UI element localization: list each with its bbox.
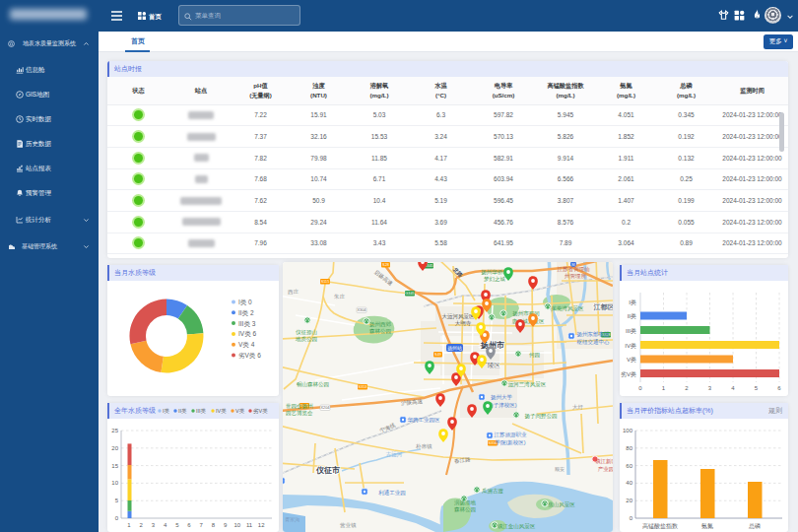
svg-text:森林公园: 森林公园 <box>454 506 476 513</box>
svg-text:6: 6 <box>777 385 781 391</box>
svg-text:顺安: 顺安 <box>555 466 565 472</box>
svg-text:江苏旅游职业: 江苏旅游职业 <box>495 432 528 438</box>
svg-text:10: 10 <box>111 480 118 486</box>
svg-text:4: 4 <box>731 385 735 391</box>
svg-text:江苏省管理仙: 江苏省管理仙 <box>558 266 591 273</box>
svg-text:仪征捺山: 仪征捺山 <box>296 329 317 336</box>
svg-text:世园会扬州: 世园会扬州 <box>286 403 313 410</box>
svg-text:11: 11 <box>246 522 253 528</box>
svg-text:6: 6 <box>187 522 191 528</box>
svg-text:镇江金山风景区: 镇江金山风景区 <box>498 523 536 530</box>
svg-text:高锰酸盐指数: 高锰酸盐指数 <box>642 522 678 530</box>
svg-text:氨氮: 氨氮 <box>701 522 713 529</box>
svg-text:扬州西郊: 扬州西郊 <box>369 321 392 328</box>
svg-text:润扬湿地: 润扬湿地 <box>454 499 477 506</box>
svg-text:2: 2 <box>140 522 144 528</box>
svg-text:胥家沟: 胥家沟 <box>285 516 299 523</box>
svg-text:20: 20 <box>626 498 632 503</box>
svg-text:森林公园: 森林公园 <box>369 328 391 335</box>
svg-text:劣V类 6: 劣V类 6 <box>238 352 261 360</box>
svg-text:扬州东部客运: 扬州东部客运 <box>577 331 611 338</box>
svg-text:S28: S28 <box>382 263 389 267</box>
svg-text:80: 80 <box>626 445 632 451</box>
svg-text:朴席镇: 朴席镇 <box>415 443 432 449</box>
svg-text:学院(新校区): 学院(新校区) <box>495 439 525 446</box>
svg-text:扬子问野公园: 扬子问野公园 <box>525 413 558 420</box>
svg-text:I类: I类 <box>163 408 170 414</box>
svg-text:地质公园: 地质公园 <box>295 336 317 343</box>
svg-text:V类 4: V类 4 <box>238 341 255 348</box>
svg-text:7: 7 <box>200 522 204 528</box>
svg-text:60: 60 <box>626 463 632 469</box>
svg-text:X304: X304 <box>358 308 366 312</box>
svg-text:3: 3 <box>152 522 156 528</box>
svg-text:III类: III类 <box>196 408 207 414</box>
svg-text:枢纽交通中心: 枢纽交通中心 <box>577 338 611 345</box>
svg-text:8: 8 <box>212 522 216 528</box>
svg-text:10: 10 <box>233 522 240 528</box>
svg-text:V类: V类 <box>235 408 245 414</box>
svg-text:江都区: 江都区 <box>593 303 614 311</box>
svg-text:产业园: 产业园 <box>598 466 613 473</box>
svg-text:III类 3: III类 3 <box>238 320 256 327</box>
svg-text:大运河风景区: 大运河风景区 <box>442 313 476 320</box>
svg-text:利通工业园: 利通工业园 <box>378 489 406 497</box>
svg-text:古运河: 古运河 <box>386 451 403 458</box>
svg-text:0: 0 <box>630 515 633 521</box>
svg-text:州管理所: 州管理所 <box>565 273 587 280</box>
svg-text:4: 4 <box>164 522 167 528</box>
svg-text:焦山风景区: 焦山风景区 <box>548 501 575 507</box>
svg-text:I类: I类 <box>629 299 636 305</box>
svg-text:5: 5 <box>175 522 179 528</box>
svg-text:镇江新区: 镇江新区 <box>595 458 613 465</box>
svg-text:5: 5 <box>755 385 759 391</box>
svg-text:劣V类: 劣V类 <box>253 408 268 415</box>
svg-text:II类 2: II类 2 <box>238 309 254 316</box>
svg-text:IV类: IV类 <box>216 408 227 414</box>
svg-text:III类: III类 <box>626 328 636 334</box>
svg-text:0: 0 <box>115 515 119 521</box>
svg-text:营业镇: 营业镇 <box>340 522 357 529</box>
svg-text:园艺博览会: 园艺博览会 <box>286 410 313 417</box>
svg-text:大明寺: 大明寺 <box>455 320 472 326</box>
svg-text:梦幻之城: 梦幻之城 <box>484 276 506 283</box>
svg-text:西庄: 西庄 <box>288 289 299 296</box>
svg-text:铜山森林公园: 铜山森林公园 <box>297 381 329 388</box>
svg-text:2: 2 <box>685 385 689 391</box>
svg-text:1: 1 <box>127 522 131 528</box>
svg-text:15: 15 <box>111 463 118 469</box>
svg-text:X204: X204 <box>321 406 330 410</box>
svg-text:华腾工业园区: 华腾工业园区 <box>408 417 441 424</box>
svg-text:V类: V类 <box>627 357 636 363</box>
svg-text:20: 20 <box>111 445 118 451</box>
svg-text:IV类 6: IV类 6 <box>238 330 256 337</box>
svg-text:茱萸湾风景区: 茱萸湾风景区 <box>552 305 585 312</box>
svg-text:大圩: 大圩 <box>572 404 584 410</box>
svg-text:9: 9 <box>224 522 228 528</box>
svg-text:3: 3 <box>708 385 712 391</box>
svg-text:总磷: 总磷 <box>748 523 761 529</box>
svg-text:40: 40 <box>626 480 632 486</box>
svg-text:II类: II类 <box>178 408 187 414</box>
svg-text:朱庄: 朱庄 <box>334 294 346 299</box>
svg-text:何园: 何园 <box>529 352 540 359</box>
svg-text:S115: S115 <box>321 280 330 284</box>
svg-text:S353: S353 <box>359 385 367 389</box>
svg-text:I类 0: I类 0 <box>238 299 252 305</box>
svg-text:瓜洲古渡: 瓜洲古渡 <box>482 488 504 495</box>
svg-text:运河三湾风景区: 运河三湾风景区 <box>508 381 547 388</box>
svg-text:扬州大学: 扬州大学 <box>491 394 513 401</box>
svg-text:S49: S49 <box>434 353 441 357</box>
svg-text:25: 25 <box>111 428 118 433</box>
svg-text:劣V类: 劣V类 <box>621 371 636 378</box>
svg-text:1: 1 <box>662 385 666 391</box>
svg-text:IV类: IV类 <box>625 343 636 349</box>
svg-text:12: 12 <box>258 522 265 528</box>
svg-text:II类: II类 <box>628 313 636 319</box>
svg-text:G345: G345 <box>405 292 414 296</box>
svg-text:100: 100 <box>623 428 633 433</box>
svg-text:5: 5 <box>115 498 119 503</box>
svg-text:仪征市: 仪征市 <box>315 465 340 475</box>
svg-text:0: 0 <box>638 385 642 391</box>
